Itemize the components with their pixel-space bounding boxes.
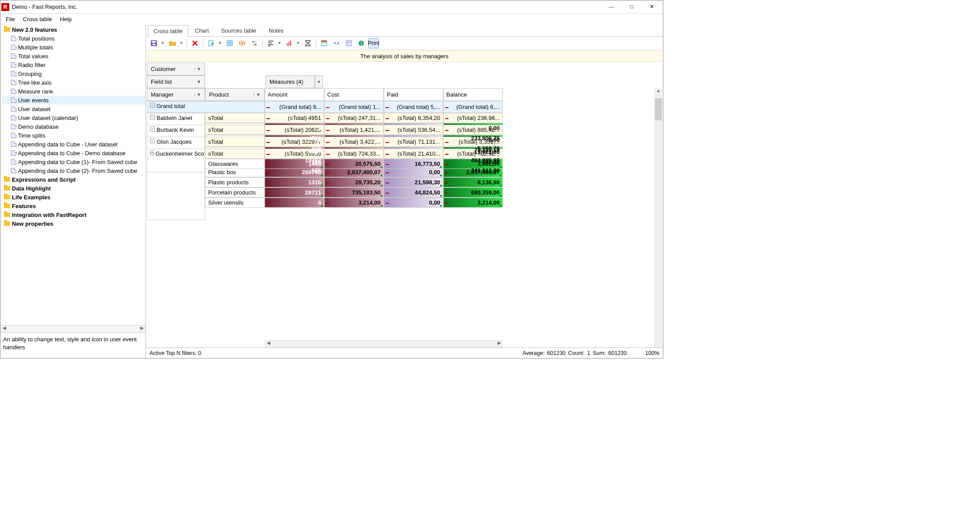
collapse-icon[interactable]: −: [150, 103, 155, 108]
data-cell[interactable]: (sTotal) 21,410...: [384, 149, 443, 159]
zone-measures[interactable]: Measures (4): [266, 75, 315, 88]
save-icon[interactable]: [149, 38, 159, 49]
data-cell[interactable]: (sTotal) 20628: [265, 125, 324, 135]
grand-total-row[interactable]: −Grand total: [147, 101, 265, 113]
sigma-icon[interactable]: [303, 38, 313, 49]
align-icon[interactable]: [266, 38, 276, 49]
measures-dropdown[interactable]: ▼: [315, 75, 323, 88]
data-cell[interactable]: (Grand total) 6,...: [443, 101, 503, 113]
tree-item[interactable]: User dataset (calendar): [2, 113, 146, 122]
data-cell[interactable]: (sTotal) 1,421,...: [324, 125, 384, 135]
zone-fieldlist[interactable]: Field list▼: [147, 75, 205, 88]
menu-cross-table[interactable]: Cross table: [19, 15, 56, 23]
tree-item[interactable]: Appending data to Cube - User dataset: [2, 140, 146, 149]
tree-item[interactable]: Features: [2, 202, 146, 210]
minimize-button[interactable]: —: [601, 1, 621, 13]
manager-cell[interactable]: −Guckenheimer Scott Jr: [147, 149, 205, 172]
close-button[interactable]: ✕: [642, 1, 662, 13]
zone-product[interactable]: Product↑ ▼: [205, 88, 265, 101]
tab-chart[interactable]: Chart: [189, 25, 215, 36]
stotal-label[interactable]: sTotal: [205, 113, 265, 123]
hide-zeros-icon[interactable]: [237, 38, 247, 49]
menu-help[interactable]: Help: [56, 15, 75, 23]
col-cost[interactable]: Cost: [324, 88, 384, 101]
data-cell[interactable]: (sTotal) 536,54...: [384, 125, 443, 135]
navigation-tree[interactable]: New 2.0 featuresTotal positionsMultiple …: [0, 24, 146, 325]
data-cell[interactable]: (sTotal) 724,33...: [324, 149, 384, 159]
grid-vscrollbar[interactable]: ▲: [655, 88, 662, 347]
col-amount[interactable]: Amount: [265, 88, 324, 101]
data-cell[interactable]: 44,824,50: [384, 187, 443, 198]
data-cell[interactable]: 16,773,50: [384, 159, 443, 169]
tree-item[interactable]: Grouping: [2, 69, 146, 78]
data-cell[interactable]: 1316: [265, 177, 324, 187]
collapse-icon[interactable]: −: [150, 127, 155, 131]
tab-sources-table[interactable]: Sources table: [216, 25, 262, 36]
collapse-icon[interactable]: −: [150, 138, 155, 143]
data-cell[interactable]: (sTotal) 238,96...: [443, 113, 503, 123]
data-cell[interactable]: 28711: [265, 187, 324, 198]
data-cell[interactable]: (sTotal) 4951: [265, 113, 324, 123]
data-cell[interactable]: 3,214,00: [324, 198, 384, 208]
collapse-icon[interactable]: −: [150, 115, 155, 119]
data-cell[interactable]: (Grand total) 5,...: [384, 101, 443, 113]
maximize-button[interactable]: □: [621, 1, 642, 13]
data-cell[interactable]: 20,575,50: [324, 159, 384, 169]
bars-dropdown[interactable]: ▼: [296, 41, 301, 45]
open-dropdown[interactable]: ▼: [180, 41, 184, 45]
save-dropdown[interactable]: ▼: [161, 41, 165, 45]
export-dropdown[interactable]: ▼: [218, 41, 223, 45]
delete-icon[interactable]: [190, 38, 200, 49]
data-cell[interactable]: 690,359,00: [443, 187, 503, 198]
tree-item[interactable]: Appending data to Cube (1)- From Saved c…: [2, 157, 146, 166]
tree-item[interactable]: Life Examples: [2, 193, 146, 202]
format-icon[interactable]: [319, 38, 329, 49]
tree-item[interactable]: Tree like axis: [2, 78, 146, 87]
tree-item[interactable]: Radio filter: [2, 60, 146, 69]
zone-customer[interactable]: Customer↑ ▼: [147, 63, 205, 75]
data-cell[interactable]: 21,598,30: [384, 177, 443, 187]
tree-item[interactable]: New 2.0 features: [2, 25, 146, 34]
tree-item[interactable]: Appending data to Cube - Demo database: [2, 149, 146, 157]
stotal-label[interactable]: sTotal: [205, 137, 265, 147]
data-cell[interactable]: (Grand total) 1...: [324, 101, 384, 113]
data-cell[interactable]: (sTotal) 247,31...: [324, 113, 384, 123]
tree-hscrollbar[interactable]: ◀▶: [0, 325, 146, 332]
stotal-label[interactable]: sTotal: [205, 125, 265, 135]
tab-cross-table[interactable]: Cross table: [148, 25, 188, 37]
product-cell[interactable]: Porcelain products: [205, 187, 265, 198]
data-cell[interactable]: 735,183,50: [324, 187, 384, 198]
data-cell[interactable]: (sTotal) 8,354,20: [384, 113, 443, 123]
export-icon[interactable]: [206, 38, 217, 49]
product-cell[interactable]: Plastic products: [205, 177, 265, 187]
fields-icon[interactable]: [344, 38, 354, 49]
grid-hscrollbar[interactable]: ◀▶: [265, 340, 503, 347]
data-cell[interactable]: 29,735,20: [324, 177, 384, 187]
tree-item[interactable]: Data Highlight: [2, 184, 146, 193]
tree-item[interactable]: Appending data to Cube (2)- From Saved c…: [2, 166, 146, 175]
tab-notes[interactable]: Notes: [263, 25, 289, 36]
menu-file[interactable]: File: [2, 15, 19, 23]
col-paid[interactable]: Paid: [384, 88, 443, 101]
data-cell[interactable]: 4: [265, 198, 324, 208]
bars-icon[interactable]: [284, 38, 295, 49]
info-icon[interactable]: i: [356, 38, 367, 49]
zone-manager[interactable]: Manager↑ ▼: [147, 88, 205, 101]
collapse-icon[interactable]: −: [150, 150, 153, 155]
tree-item[interactable]: Total values: [2, 52, 146, 60]
tree-item[interactable]: Time splits: [2, 131, 146, 140]
data-cell[interactable]: (sTotal) 3,422,...: [324, 137, 384, 147]
grid-icon[interactable]: [224, 38, 235, 49]
product-cell[interactable]: Silver utensils: [205, 198, 265, 208]
tree-item[interactable]: Multiple totals: [2, 43, 146, 52]
data-cell[interactable]: (Grand total) 6...: [265, 101, 324, 113]
tree-item[interactable]: Total positions: [2, 34, 146, 43]
data-cell[interactable]: 0,00: [384, 198, 443, 208]
product-cell[interactable]: Glasswares: [205, 159, 265, 169]
tree-item[interactable]: User dataset: [2, 105, 146, 113]
stotal-label[interactable]: sTotal: [205, 149, 265, 159]
tree-item[interactable]: Expressions and Script: [2, 175, 146, 184]
data-cell[interactable]: (sTotal) 71,131...: [384, 137, 443, 147]
tree-item[interactable]: Integration with FastReport: [2, 210, 146, 219]
data-cell[interactable]: 8,136,90: [443, 177, 503, 187]
